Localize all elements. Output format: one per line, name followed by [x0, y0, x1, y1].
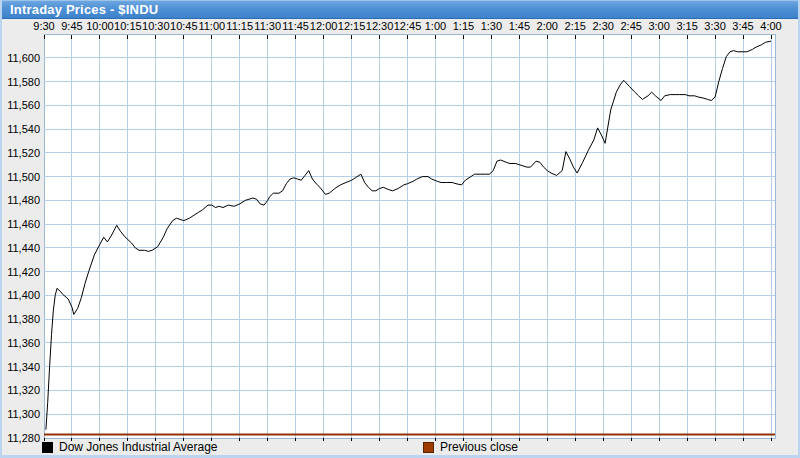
y-tick-label: 11,320 — [2, 384, 40, 396]
chart-legend: Dow Jones Industrial Average Previous cl… — [2, 440, 798, 456]
y-tick-label: 11,580 — [2, 76, 40, 88]
y-tick-label: 11,520 — [2, 147, 40, 159]
x-tick-label: 4:00 — [749, 20, 793, 33]
y-tick-label: 11,500 — [2, 171, 40, 183]
y-tick-label: 11,440 — [2, 242, 40, 254]
plot-area — [44, 34, 775, 438]
dow-jones-series-label: Dow Jones Industrial Average — [59, 441, 218, 454]
y-tick-label: 11,540 — [2, 123, 40, 135]
legend-item-previous-close: Previous close — [423, 440, 518, 454]
y-tick-label: 11,560 — [2, 99, 40, 111]
y-tick-label: 11,360 — [2, 337, 40, 349]
y-tick-label: 11,400 — [2, 289, 40, 301]
y-tick-label: 11,340 — [2, 361, 40, 373]
y-tick-label: 11,300 — [2, 408, 40, 420]
y-tick-label: 11,480 — [2, 194, 40, 206]
legend-item-dow-jones: Dow Jones Industrial Average — [42, 440, 218, 454]
intraday-chart-window: Intraday Prices - $INDU 9:309:4510:0010:… — [0, 0, 800, 458]
y-tick-label: 11,380 — [2, 313, 40, 325]
previous-close-swatch — [423, 442, 434, 453]
dow-jones-series-swatch — [42, 442, 53, 453]
y-tick-label: 11,420 — [2, 266, 40, 278]
y-tick-label: 11,460 — [2, 218, 40, 230]
price-chart-plot — [2, 0, 799, 455]
y-tick-label: 11,600 — [2, 52, 40, 64]
previous-close-label: Previous close — [440, 441, 518, 454]
